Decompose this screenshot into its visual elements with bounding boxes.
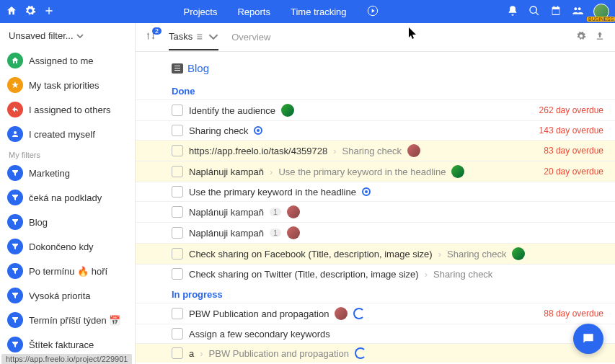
sidebar-filter-item[interactable]: Vysoká priorita [0, 283, 135, 308]
status-url: https://app.freelo.io/project/229901 [1, 354, 132, 364]
filter-title: Unsaved filter... [9, 30, 74, 41]
assignee-avatar[interactable] [287, 205, 300, 218]
task-parent: Sharing check [342, 146, 402, 156]
task-row[interactable]: Naplánuji kampaň›Use the primary keyword… [136, 161, 615, 182]
sidebar-item-label: Vysoká priorita [29, 290, 91, 301]
filter-icon [7, 190, 23, 205]
sidebar-item-label: Dokončeno kdy [29, 241, 94, 252]
task-row[interactable]: https://app.freelo.io/task/4359728›Shari… [136, 140, 615, 161]
group-inprogress[interactable]: In progress [136, 283, 615, 303]
task-checkbox[interactable] [172, 145, 183, 156]
filter-icon [7, 288, 23, 303]
loading-icon [362, 187, 371, 196]
sidebar-item[interactable]: Assigned to me [0, 48, 135, 73]
content-area: 2 Tasks Overview Blog Done Identify the … [136, 23, 615, 364]
sidebar-item-label: čeká na podklady [29, 192, 102, 203]
task-title: a [189, 348, 194, 359]
project-heading[interactable]: Blog [136, 52, 615, 80]
nav-reports[interactable]: Reports [237, 6, 270, 17]
nav-projects[interactable]: Projects [183, 6, 217, 17]
task-checkbox[interactable] [172, 248, 183, 259]
task-checkbox[interactable] [172, 347, 183, 359]
task-checkbox[interactable] [172, 206, 183, 218]
task-row[interactable]: Sharing check143 day overdue [136, 120, 615, 140]
sidebar-item-label: Termín příští týden 📅 [29, 315, 120, 326]
assignee-avatar[interactable] [512, 247, 525, 260]
sidebar-filter-item[interactable]: Marketing [0, 161, 135, 185]
sidebar-filter-item[interactable]: čeká na podklady [0, 185, 135, 210]
task-row[interactable]: Naplánuji kampaň1 [136, 201, 615, 222]
bell-icon[interactable] [507, 5, 518, 19]
task-parent: PBW Publication and propagation [209, 348, 349, 359]
loading-icon [254, 126, 262, 135]
task-row[interactable]: Use the primary keyword in the headline [136, 182, 615, 201]
gear-icon[interactable] [25, 5, 36, 19]
tab-overview[interactable]: Overview [231, 25, 270, 50]
task-row[interactable]: Identify the audience262 day overdue [136, 99, 615, 120]
task-parent: Sharing check [447, 249, 506, 259]
task-checkbox[interactable] [172, 227, 183, 239]
task-row[interactable]: a›PBW Publication and propagation [136, 343, 615, 363]
people-icon[interactable] [572, 5, 583, 19]
gear-icon[interactable] [576, 31, 586, 43]
task-title: Identify the audience [189, 105, 275, 116]
task-checkbox[interactable] [172, 308, 183, 319]
home-icon [7, 53, 23, 68]
calendar-icon[interactable] [550, 5, 562, 19]
task-title: Check sharing on Twitter (Title, descrip… [189, 269, 419, 280]
star-icon [7, 77, 23, 93]
task-title: https://app.freelo.io/task/4359728 [189, 146, 327, 156]
subtask-count: 1 [270, 228, 281, 237]
export-icon[interactable] [595, 31, 605, 43]
sidebar-filter-item[interactable]: Termín příští týden 📅 [0, 308, 135, 332]
home-icon[interactable] [6, 5, 17, 19]
chat-button[interactable] [573, 324, 603, 354]
sidebar-filter-item[interactable]: Po termínu 🔥 hoří [0, 259, 135, 283]
search-icon[interactable] [528, 5, 540, 19]
overdue-label: 20 day overdue [544, 167, 603, 177]
task-checkbox[interactable] [172, 186, 183, 197]
task-checkbox[interactable] [172, 328, 183, 339]
task-checkbox[interactable] [172, 166, 183, 177]
task-row[interactable]: Check sharing on Twitter (Title, descrip… [136, 264, 615, 283]
plus-icon[interactable] [43, 5, 55, 19]
sidebar-filter-item[interactable]: Blog [0, 210, 135, 234]
play-icon[interactable] [367, 5, 379, 19]
mouse-cursor [408, 27, 418, 43]
chat-icon [581, 332, 596, 346]
task-title: Use the primary keyword in the headline [189, 187, 356, 197]
task-row[interactable]: Naplánuji kampaň1 [136, 222, 615, 243]
assignee-avatar[interactable] [407, 144, 420, 157]
sidebar-item[interactable]: I assigned to others [0, 97, 135, 122]
tab-tasks[interactable]: Tasks [169, 24, 218, 50]
task-row[interactable]: Assign a few secondary keywords [136, 324, 615, 343]
sidebar-main-list: Assigned to me My task priorities I assi… [0, 48, 135, 146]
task-parent: Use the primary keyword in the headline [278, 167, 446, 177]
task-row[interactable]: PBW Publication and propagation88 day ov… [136, 303, 615, 324]
assignee-avatar[interactable] [335, 307, 348, 320]
user-icon [7, 126, 23, 142]
nav-timetracking[interactable]: Time tracking [291, 6, 347, 17]
assignee-avatar[interactable] [451, 165, 464, 178]
filter-dropdown[interactable]: Unsaved filter... [0, 23, 135, 48]
filter-icon [7, 337, 23, 352]
sidebar-item[interactable]: My task priorities [0, 73, 135, 97]
overdue-label: 262 day overdue [539, 105, 603, 115]
filter-icon [7, 239, 23, 254]
assignee-avatar[interactable] [281, 104, 294, 117]
task-checkbox[interactable] [172, 105, 183, 116]
sidebar-item-label: My task priorities [29, 80, 99, 91]
assignee-avatar[interactable] [287, 226, 300, 239]
task-checkbox[interactable] [172, 125, 183, 136]
sidebar-section-label: My filters [0, 146, 135, 161]
sidebar-filter-item[interactable]: Dokončeno kdy [0, 234, 135, 259]
user-avatar[interactable]: BUSINESS [593, 4, 609, 19]
filter-icon [7, 312, 23, 328]
sidebar-item[interactable]: I created myself [0, 122, 135, 146]
group-done[interactable]: Done [136, 80, 615, 99]
sort-icon[interactable]: 2 [146, 31, 156, 43]
task-checkbox[interactable] [172, 268, 183, 280]
sidebar-filter-item[interactable]: Štítek fakturace [0, 332, 135, 357]
overdue-label: 143 day overdue [539, 125, 603, 136]
task-row[interactable]: Check sharing on Facebook (Title, descri… [136, 243, 615, 264]
